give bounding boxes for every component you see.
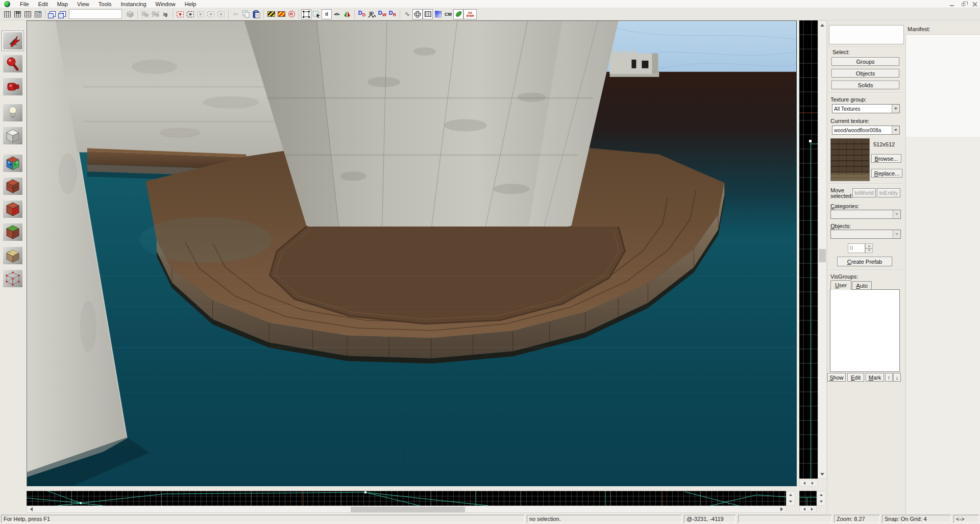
larger-grid-icon[interactable]: +: [33, 9, 43, 19]
menu-tools[interactable]: Tools: [94, 0, 116, 8]
show-all-icon[interactable]: [216, 9, 226, 19]
texture-preview[interactable]: [830, 138, 870, 181]
dropdown-arrow-icon[interactable]: [892, 126, 899, 134]
vertex-node-2[interactable]: [80, 502, 82, 504]
browse-button[interactable]: Browse...: [871, 154, 901, 163]
menu-view[interactable]: View: [72, 0, 94, 8]
block-tool-button[interactable]: [2, 126, 24, 146]
menu-instancing[interactable]: Instancing: [116, 0, 151, 8]
paste-icon[interactable]: [251, 9, 261, 19]
grid-3d-icon[interactable]: 3D: [12, 9, 22, 19]
scroll-left-button[interactable]: [800, 480, 808, 486]
hide-all-icon[interactable]: [206, 9, 216, 19]
toggle-cordon-icon[interactable]: [276, 9, 286, 19]
viewport-2d-corner[interactable]: [799, 491, 817, 506]
save-window-state-icon[interactable]: S: [58, 9, 68, 19]
categories-dropdown[interactable]: [830, 210, 901, 219]
vertex-handle[interactable]: [809, 140, 812, 142]
visgroups-list[interactable]: [830, 289, 900, 372]
clipping-tool-button[interactable]: [2, 245, 24, 266]
fade-hatch-icon[interactable]: [423, 9, 433, 19]
ignore-groups-icon[interactable]: ig: [160, 9, 170, 19]
scroll-thumb[interactable]: [819, 249, 826, 262]
select-groups-button[interactable]: Groups: [831, 57, 899, 66]
tab-user[interactable]: User: [830, 280, 851, 290]
fade-preview-icon[interactable]: [342, 9, 352, 19]
entity-tool-button[interactable]: [2, 103, 24, 123]
select-objects-button[interactable]: Objects: [831, 69, 899, 78]
visgroup-move-down-button[interactable]: ↓: [893, 373, 901, 382]
smoothing-groups-icon[interactable]: ∿: [402, 9, 412, 19]
carve-icon[interactable]: [125, 9, 135, 19]
vertex-tool-button[interactable]: [2, 268, 24, 289]
prefab-count-field[interactable]: 0: [848, 243, 865, 253]
show-hidden-icon[interactable]: [195, 9, 206, 19]
menu-map[interactable]: Map: [53, 0, 72, 8]
scroll-thumb[interactable]: [351, 507, 465, 512]
overlay-tool-button[interactable]: [2, 222, 24, 242]
create-prefab-button[interactable]: Create Prefab: [837, 257, 892, 266]
menu-edit[interactable]: Edit: [34, 0, 53, 8]
disp-draw-icon[interactable]: DD: [357, 9, 367, 19]
visgroup-move-up-button[interactable]: ↑: [885, 373, 893, 382]
spinner-down-button[interactable]: [865, 248, 873, 254]
restore-button[interactable]: [960, 1, 967, 7]
foliage-icon[interactable]: [453, 9, 463, 19]
manifest-panel[interactable]: [905, 35, 980, 137]
texture-group-dropdown[interactable]: All Textures: [832, 104, 900, 113]
corner-vscrollbar[interactable]: [817, 491, 826, 506]
menu-window[interactable]: Window: [151, 0, 180, 8]
dropdown-arrow-icon[interactable]: [893, 210, 900, 218]
translucency-icon[interactable]: [433, 9, 443, 19]
load-window-state-icon[interactable]: L: [47, 9, 58, 19]
menu-file[interactable]: File: [15, 0, 34, 8]
scroll-right-button[interactable]: [808, 506, 816, 512]
current-texture-dropdown[interactable]: wood/woodfloor008a: [832, 126, 900, 135]
camera-tool-button[interactable]: [2, 77, 24, 97]
hide-selected-icon[interactable]: [175, 9, 185, 19]
apply-current-texture-tool-button[interactable]: [2, 176, 24, 196]
dropdown-arrow-icon[interactable]: [893, 230, 900, 238]
scroll-up-button[interactable]: [817, 492, 825, 498]
menu-help[interactable]: Help: [180, 0, 201, 8]
group-icon[interactable]: [140, 9, 150, 19]
texture-scale-lock-icon[interactable]: tl: [332, 9, 342, 19]
snap-grid-icon[interactable]: [2, 9, 12, 19]
objects-dropdown[interactable]: [830, 230, 901, 239]
to-entity-button[interactable]: toEntity: [877, 188, 900, 197]
dropdown-arrow-icon[interactable]: [892, 105, 899, 113]
edit-cordon-icon[interactable]: [266, 9, 276, 19]
disp-walkable-icon[interactable]: DW: [377, 9, 387, 19]
scroll-left-button[interactable]: [27, 506, 35, 512]
scroll-left-button[interactable]: [800, 506, 808, 512]
hide-unselected-icon[interactable]: [185, 9, 195, 19]
apply-decals-tool-button[interactable]: [2, 199, 24, 219]
replace-button[interactable]: Replace...: [871, 169, 902, 178]
nodraw-preview-icon[interactable]: no draw: [463, 9, 477, 19]
close-button[interactable]: [971, 1, 978, 7]
radius-culling-icon[interactable]: R: [286, 9, 297, 19]
to-world-button[interactable]: toWorld: [852, 188, 876, 197]
minimize-button[interactable]: [948, 1, 955, 7]
copy-icon[interactable]: [241, 9, 251, 19]
sphere-preview-icon[interactable]: [412, 9, 423, 19]
bottom-strip-hscrollbar[interactable]: [27, 506, 786, 513]
ungroup-icon[interactable]: [150, 9, 160, 19]
corner-hscrollbar[interactable]: [799, 506, 817, 512]
select-solids-button[interactable]: Solids: [831, 81, 899, 89]
viewport-3d[interactable]: [27, 20, 797, 486]
cut-icon[interactable]: ✂: [231, 9, 241, 19]
disp-3d-icon[interactable]: 3D: [367, 9, 377, 19]
viewport-2d-right-strip[interactable]: [799, 20, 818, 479]
visgroup-mark-button[interactable]: Mark: [866, 373, 884, 382]
color-mode-icon[interactable]: CM: [443, 9, 453, 19]
scroll-up-button[interactable]: [787, 492, 795, 498]
spinner-up-button[interactable]: [865, 243, 873, 248]
scroll-down-button[interactable]: [818, 470, 826, 478]
scroll-down-button[interactable]: [787, 498, 795, 505]
visgroup-show-button[interactable]: Show: [827, 373, 846, 382]
scroll-right-button[interactable]: [777, 506, 786, 512]
smaller-grid-icon[interactable]: –: [22, 9, 33, 19]
visgroup-edit-button[interactable]: Edit: [847, 373, 864, 382]
scroll-right-button[interactable]: [808, 480, 817, 486]
